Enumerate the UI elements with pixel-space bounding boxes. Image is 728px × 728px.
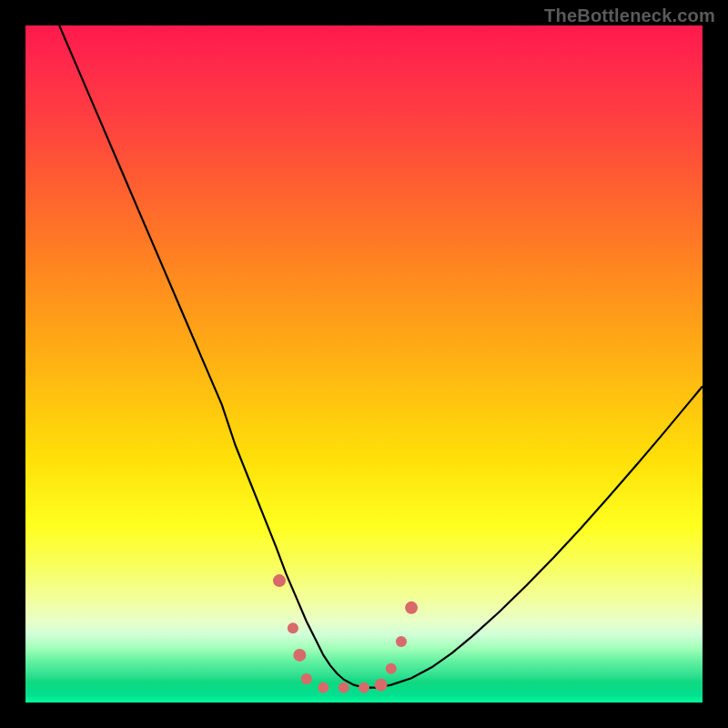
curve-marker-dot <box>386 663 397 674</box>
curve-marker-dot <box>359 682 369 693</box>
curve-marker-dot <box>339 682 349 693</box>
curve-marker-dot <box>301 673 312 684</box>
curve-marker-dot <box>288 622 298 633</box>
bottleneck-curve <box>25 25 703 703</box>
curve-marker-dot <box>396 636 407 647</box>
watermark-text: TheBottleneck.com <box>544 5 715 26</box>
curve-line <box>59 25 703 688</box>
curve-marker-dot <box>273 574 286 587</box>
curve-marker-dot <box>405 602 418 614</box>
curve-marker-dot <box>318 682 329 693</box>
chart-frame: TheBottleneck.com <box>0 0 728 728</box>
curve-marker-dot <box>375 679 388 692</box>
plot-area <box>25 25 703 703</box>
curve-marker-dot <box>293 649 306 662</box>
